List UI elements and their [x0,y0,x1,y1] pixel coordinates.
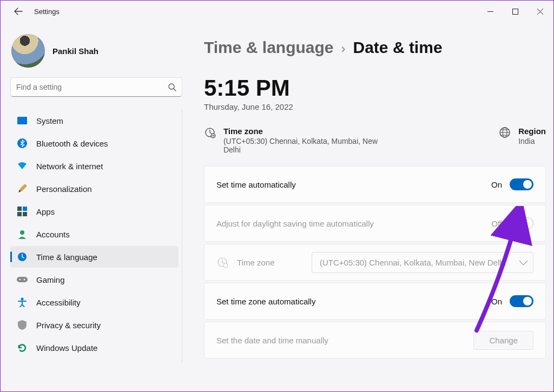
svg-point-19 [223,263,228,268]
sidebar-item-label: Bluetooth & devices [36,139,108,148]
accessibility-icon [17,297,28,308]
breadcrumb: Time & language › Date & time [204,38,546,57]
info-row: Time zone (UTC+05:30) Chennai, Kolkata, … [204,127,546,154]
sidebar-item-label: Apps [36,207,55,216]
timezone-icon [204,127,216,138]
back-arrow-icon [14,7,23,16]
current-date: Thursday, June 16, 2022 [204,102,546,111]
svg-point-8 [20,230,24,235]
profile-name: Pankil Shah [52,46,98,56]
sidebar-item-label: Accessibility [36,298,81,307]
sidebar-item-accounts[interactable]: Accounts [10,223,179,245]
svg-point-1 [169,84,174,89]
timezone-icon [216,256,228,268]
search-box[interactable] [10,77,182,97]
toggle-state: Off [491,219,502,228]
sidebar-item-update[interactable]: Windows Update [10,337,179,358]
sidebar-item-privacy[interactable]: Privacy & security [10,314,179,336]
sidebar-item-label: Windows Update [36,343,97,353]
svg-point-12 [24,279,25,281]
svg-rect-0 [512,9,518,14]
svg-rect-5 [23,207,27,211]
sidebar-item-label: Privacy & security [36,321,101,330]
setting-set-time-auto: Set time automatically On [204,166,546,203]
time-language-icon [17,251,28,262]
accounts-icon [17,229,28,240]
close-button[interactable] [527,1,552,22]
svg-point-11 [19,279,21,281]
wifi-icon [17,161,28,171]
sidebar-item-gaming[interactable]: Gaming [10,269,179,290]
sidebar-item-label: Accounts [36,230,70,239]
change-button: Change [473,331,533,350]
nav-list: System Bluetooth & devices Network & int… [10,110,182,363]
profile[interactable]: Pankil Shah [10,32,182,77]
apps-icon [17,206,28,217]
avatar [11,34,45,68]
setting-label: Set time automatically [216,180,296,189]
region-value: India [518,137,546,145]
sidebar-item-label: Network & internet [36,162,103,171]
setting-timezone-select: Time zone (UTC+05:30) Chennai, Kolkata, … [204,244,546,281]
close-icon [537,9,543,15]
region-icon [499,127,511,138]
chevron-right-icon: › [341,41,346,56]
maximize-icon [512,9,518,15]
bluetooth-icon [17,138,28,149]
minimize-button[interactable] [478,1,503,22]
timezone-value: (UTC+05:30) Chennai, Kolkata, Mumbai, Ne… [223,137,396,154]
window-title: Settings [34,8,60,16]
toggle-set-time-auto[interactable] [510,178,533,190]
toggle-state: On [491,297,502,306]
setting-dst-auto: Adjust for daylight saving time automati… [204,205,546,242]
sidebar-item-network[interactable]: Network & internet [10,155,179,177]
sidebar-item-label: Time & language [36,253,97,262]
update-icon [17,342,28,353]
sidebar-item-label: Gaming [36,275,65,284]
maximize-button[interactable] [503,1,527,22]
setting-label: Set time zone automatically [216,297,315,306]
system-icon [17,115,28,126]
titlebar: Settings [1,1,553,22]
setting-label: Adjust for daylight saving time automati… [216,219,374,228]
svg-rect-4 [17,207,22,211]
setting-set-tz-auto: Set time zone automatically On [204,283,546,320]
breadcrumb-current: Date & time [353,38,443,57]
svg-rect-2 [17,117,27,124]
svg-point-13 [21,298,24,301]
sidebar-item-label: Personalization [36,184,92,194]
sidebar-item-accessibility[interactable]: Accessibility [10,291,179,313]
svg-rect-7 [23,212,27,216]
minimize-icon [487,9,493,15]
region-label: Region [518,127,546,136]
personalization-icon [17,183,28,194]
timezone-dropdown: (UTC+05:30) Chennai, Kolkata, Mumbai, Ne… [312,252,533,273]
svg-rect-6 [17,212,22,216]
svg-rect-10 [17,277,28,282]
region-info: Region India [499,127,546,154]
sidebar-item-label: System [36,116,63,125]
toggle-state: On [491,180,502,189]
search-icon [168,83,176,91]
sidebar-item-system[interactable]: System [10,110,179,131]
setting-label: Set the date and time manually [216,336,328,345]
search-input[interactable] [16,83,168,91]
privacy-icon [17,320,28,330]
sidebar-item-time-language[interactable]: Time & language [10,246,179,268]
setting-label: Time zone [237,258,274,267]
timezone-label: Time zone [223,127,396,136]
gaming-icon [17,274,28,285]
breadcrumb-parent[interactable]: Time & language [204,38,334,57]
sidebar-item-personalization[interactable]: Personalization [10,178,179,200]
toggle-dst-auto [510,217,533,229]
toggle-set-tz-auto[interactable] [510,295,533,307]
back-button[interactable] [10,3,27,19]
main-content: Time & language › Date & time 5:15 PM Th… [182,22,553,392]
setting-set-manual: Set the date and time manually Change [204,322,546,358]
sidebar: Pankil Shah System Bluetooth & devices N… [1,22,182,392]
sidebar-item-apps[interactable]: Apps [10,201,179,222]
window-controls [478,1,552,22]
sidebar-item-bluetooth[interactable]: Bluetooth & devices [10,132,179,154]
current-time: 5:15 PM [204,75,546,101]
timezone-info: Time zone (UTC+05:30) Chennai, Kolkata, … [204,127,396,154]
